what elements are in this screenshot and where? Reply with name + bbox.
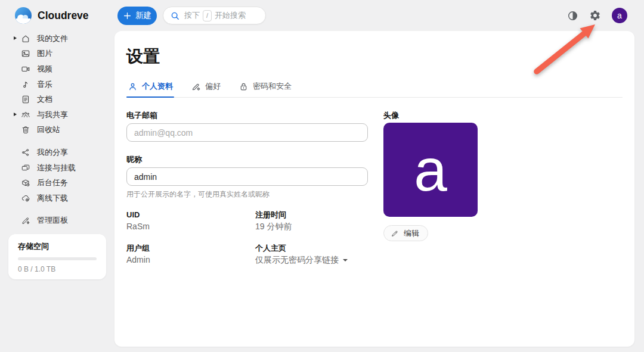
slash-key-badge: / [203,10,212,21]
share-icon [21,148,30,157]
sidebar-item-background-tasks[interactable]: 后台任务 [0,175,114,191]
sidebar-item-my-files[interactable]: 我的文件 [0,31,114,46]
annotation-arrow [525,17,602,79]
search-icon [170,11,180,21]
offline-download-icon [21,194,30,203]
sidebar-item-label: 图片 [37,48,52,59]
avatar-edit-label: 编辑 [404,228,419,239]
avatar-label: 头像 [383,111,478,120]
sidebar-item-images[interactable]: 图片 [0,46,114,62]
homepage-select[interactable]: 仅展示无密码分享链接 [255,255,623,266]
sidebar-item-documents[interactable]: 文档 [0,92,114,107]
user-avatar[interactable]: a [612,8,627,23]
new-button[interactable]: 新建 [117,7,157,25]
sidebar-item-trash[interactable]: 回收站 [0,123,114,138]
image-icon [21,49,30,58]
group-label: 用户组 [126,244,255,253]
nickname-help: 用于公开展示的名字，可使用真实姓名或昵称 [126,189,623,200]
expand-arrow-icon[interactable] [14,113,17,116]
search-placeholder-suffix: 开始搜索 [215,10,246,21]
plus-icon [122,11,132,21]
search-placeholder-prefix: 按下 [184,10,200,21]
video-icon [21,64,30,74]
sidebar-item-label: 离线下载 [37,193,68,204]
connect-icon [21,163,30,173]
profile-form: 电子邮箱 admin@qq.com 昵称 admin 用于公开展示的名字，可使用… [126,98,623,266]
sidebar-item-admin-panel[interactable]: 管理面板 [0,213,114,229]
sidebar-item-my-shares[interactable]: 我的分享 [0,145,114,160]
people-icon [21,110,30,120]
cloudreve-logo-icon [15,7,32,24]
sidebar-item-music[interactable]: 音乐 [0,77,114,92]
email-field[interactable]: admin@qq.com [126,123,368,142]
sidebar-item-label: 回收站 [37,124,60,135]
storage-usage: 0 B / 1.0 TB [18,265,97,273]
storage-progress-bar [18,257,97,260]
sidebar-item-videos[interactable]: 视频 [0,61,114,77]
pencil-icon [391,229,399,238]
sidebar-divider [0,138,114,145]
sidebar-item-label: 我的分享 [37,147,68,158]
music-icon [21,80,30,89]
sidebar-divider [0,206,114,213]
homepage-value: 仅展示无密码分享链接 [255,255,339,266]
homepage-cell: 个人主页 仅展示无密码分享链接 [255,244,623,266]
sidebar-item-offline-download[interactable]: 离线下载 [0,191,114,206]
sidebar-item-label: 文档 [37,94,52,105]
avatar-image: a [383,123,478,217]
group-value: Admin [126,255,255,264]
sidebar-item-label: 视频 [37,64,52,74]
chevron-down-icon [343,259,348,261]
uid-cell: UID RaSm [126,210,255,232]
brand: Cloudreve [15,7,117,24]
sidebar-item-label: 与我共享 [37,110,68,120]
tab-label: 个人资料 [142,81,173,92]
nickname-label: 昵称 [126,155,623,164]
uid-label: UID [126,210,255,219]
admin-icon [21,216,30,225]
sidebar: 我的文件 图片 视频 音乐 文档 与我共享 回收站 我的分享 连接与挂载 后台任… [0,31,114,279]
sidebar-item-label: 管理面板 [37,215,68,226]
sidebar-item-connections[interactable]: 连接与挂载 [0,160,114,176]
storage-title: 存储空间 [18,241,97,252]
pen-gear-icon [191,82,201,92]
sidebar-item-label: 后台任务 [37,177,68,188]
homepage-label: 个人主页 [255,244,623,253]
trash-icon [21,125,30,135]
new-button-label: 新建 [135,10,151,21]
tab-label: 偏好 [205,81,221,92]
uid-value: RaSm [126,222,255,231]
document-icon [21,95,30,104]
tab-preferences[interactable]: 偏好 [190,81,222,97]
tab-label: 密码和安全 [253,81,292,92]
expand-arrow-icon[interactable] [14,36,17,40]
tab-security[interactable]: 密码和安全 [237,81,293,97]
storage-card: 存储空间 0 B / 1.0 TB [8,234,106,279]
sidebar-item-label: 我的文件 [37,33,68,44]
lock-icon [239,82,249,92]
brand-name: Cloudreve [38,10,89,22]
tasks-icon [21,178,30,188]
email-label: 电子邮箱 [126,111,623,120]
avatar-section: 头像 a 编辑 [383,111,478,241]
home-icon [21,34,30,43]
sidebar-item-label: 连接与挂载 [37,163,76,173]
search-input[interactable]: 按下 / 开始搜索 [163,7,266,24]
person-icon [128,82,138,92]
sidebar-item-shared-with-me[interactable]: 与我共享 [0,107,114,123]
group-cell: 用户组 Admin [126,244,255,266]
sidebar-item-label: 音乐 [37,79,52,90]
tabs: 个人资料 偏好 密码和安全 [126,81,623,98]
avatar-edit-button[interactable]: 编辑 [383,225,428,241]
nickname-field[interactable]: admin [126,167,368,186]
tab-profile[interactable]: 个人资料 [126,81,174,97]
